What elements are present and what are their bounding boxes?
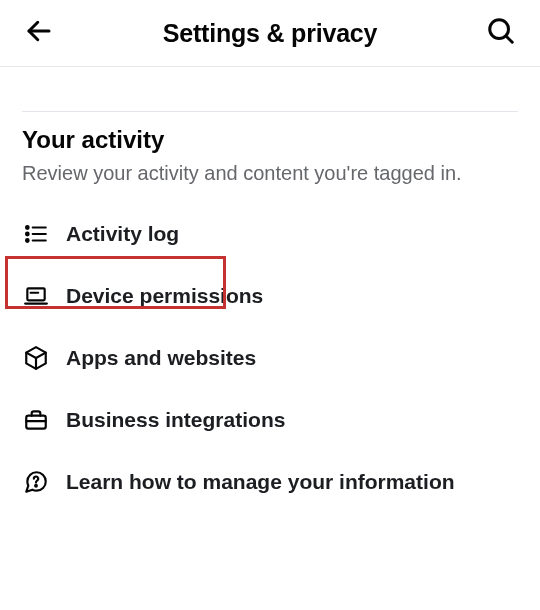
row-label: Business integrations [66,408,285,432]
svg-point-5 [26,233,29,236]
row-label: Learn how to manage your information [66,470,455,494]
row-device-permissions[interactable]: Device permissions [22,265,518,327]
search-icon [486,16,516,50]
laptop-icon [22,283,50,309]
row-label: Activity log [66,222,179,246]
row-label: Device permissions [66,284,263,308]
back-button[interactable] [22,16,56,50]
your-activity-section: Your activity Review your activity and c… [0,112,540,513]
row-learn-manage-info[interactable]: Learn how to manage your information [22,451,518,513]
svg-point-15 [35,485,37,487]
svg-line-2 [506,36,512,42]
arrow-left-icon [24,16,54,50]
row-label: Apps and websites [66,346,256,370]
row-business-integrations[interactable]: Business integrations [22,389,518,451]
search-button[interactable] [484,16,518,50]
svg-point-3 [26,226,29,229]
cube-icon [22,345,50,371]
list-icon [22,221,50,247]
svg-point-7 [26,239,29,242]
svg-rect-9 [27,288,44,300]
help-chat-icon [22,469,50,495]
row-apps-websites[interactable]: Apps and websites [22,327,518,389]
header: Settings & privacy [0,0,540,67]
row-activity-log[interactable]: Activity log [22,203,518,265]
briefcase-icon [22,407,50,433]
section-description: Review your activity and content you're … [22,160,518,187]
section-title: Your activity [22,126,518,154]
page-title: Settings & privacy [163,19,378,48]
activity-list: Activity log Device permissions Apps [22,203,518,513]
